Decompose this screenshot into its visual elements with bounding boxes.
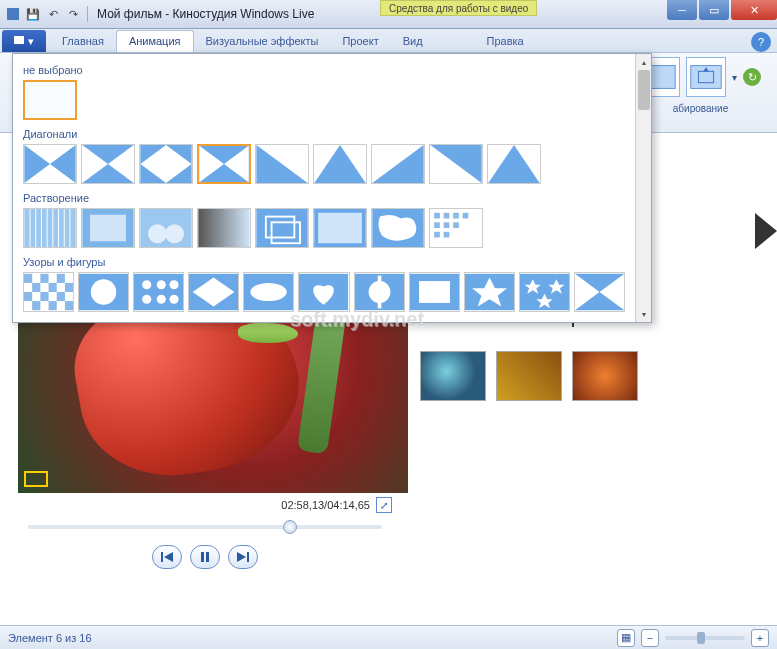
svg-rect-63 — [32, 283, 40, 292]
svg-rect-57 — [434, 232, 440, 238]
tab-view[interactable]: Вид — [391, 30, 435, 52]
status-right: ▦ − + — [617, 629, 769, 647]
zoom-in-button[interactable]: + — [751, 629, 769, 647]
title-bar: 💾 ↶ ↷ Мой фильм - Киностудия Windows Liv… — [0, 0, 777, 29]
svg-rect-88 — [377, 276, 381, 283]
gallery-more-icon[interactable]: ▾ — [732, 72, 737, 83]
transition-pattern[interactable] — [133, 272, 184, 312]
svg-marker-23 — [430, 145, 481, 183]
transition-pattern[interactable] — [23, 272, 74, 312]
transition-diagonal[interactable] — [429, 144, 483, 184]
maximize-button[interactable]: ▭ — [699, 0, 729, 20]
zoom-knob[interactable] — [697, 632, 705, 644]
svg-rect-74 — [134, 274, 183, 310]
seek-bar[interactable] — [8, 517, 402, 537]
playback-controls — [8, 537, 402, 577]
transition-pattern[interactable] — [354, 272, 405, 312]
pause-button[interactable] — [190, 545, 220, 569]
timeline-clip[interactable] — [420, 351, 486, 401]
svg-point-87 — [368, 281, 390, 303]
svg-rect-60 — [24, 274, 32, 283]
transition-diagonal[interactable] — [371, 144, 425, 184]
transition-dissolve[interactable] — [81, 208, 135, 248]
transition-pattern[interactable] — [188, 272, 239, 312]
natgeo-watermark — [24, 471, 48, 487]
transition-diagonal-selected[interactable] — [197, 144, 251, 184]
transition-none[interactable] — [23, 80, 77, 120]
seek-knob[interactable] — [283, 520, 297, 534]
transition-diagonal[interactable] — [23, 144, 77, 184]
transition-dissolve[interactable] — [139, 208, 193, 248]
window-title: Мой фильм - Киностудия Windows Live — [97, 7, 314, 21]
svg-marker-20 — [256, 145, 307, 183]
close-button[interactable]: ✕ — [731, 0, 777, 20]
scroll-right-arrow[interactable] — [755, 213, 777, 249]
svg-rect-52 — [453, 213, 459, 219]
svg-rect-9 — [206, 552, 209, 562]
tab-home[interactable]: Главная — [50, 30, 116, 52]
timeline-clip[interactable] — [572, 351, 638, 401]
tab-visual-effects[interactable]: Визуальные эффекты — [194, 30, 331, 52]
transition-pattern[interactable] — [519, 272, 570, 312]
next-frame-button[interactable] — [228, 545, 258, 569]
transition-dissolve[interactable] — [371, 208, 425, 248]
svg-point-79 — [157, 295, 166, 304]
minimize-button[interactable]: ─ — [667, 0, 697, 20]
gallery-expand-button[interactable]: ▾ — [638, 308, 650, 320]
svg-marker-22 — [372, 145, 423, 183]
help-button[interactable]: ? — [751, 32, 771, 52]
transition-pattern[interactable] — [243, 272, 294, 312]
svg-point-38 — [165, 224, 184, 243]
transition-dissolve[interactable] — [23, 208, 77, 248]
timeline-clip[interactable] — [496, 351, 562, 401]
gallery-scroll[interactable]: не выбрано Диагонали Растворение — [13, 54, 635, 322]
prev-frame-button[interactable] — [152, 545, 182, 569]
svg-rect-55 — [444, 222, 450, 228]
svg-marker-24 — [488, 145, 539, 183]
file-tab[interactable]: ▾ — [2, 30, 46, 52]
qat-app-icon[interactable] — [4, 5, 22, 23]
view-mode-button[interactable]: ▦ — [617, 629, 635, 647]
contextual-tab-label[interactable]: Средства для работы с видео — [380, 0, 537, 16]
svg-rect-12 — [26, 82, 75, 118]
transition-diagonal[interactable] — [255, 144, 309, 184]
svg-rect-64 — [49, 283, 57, 292]
svg-rect-70 — [49, 301, 57, 310]
transition-diagonal[interactable] — [81, 144, 135, 184]
qat-undo-icon[interactable]: ↶ — [44, 5, 62, 23]
apply-all-icon[interactable]: ↻ — [743, 68, 761, 86]
svg-rect-11 — [247, 552, 249, 562]
fullscreen-button[interactable]: ⤢ — [376, 497, 392, 513]
transition-diagonal[interactable] — [313, 144, 367, 184]
transition-pattern[interactable] — [574, 272, 625, 312]
transition-dissolve[interactable] — [255, 208, 309, 248]
gallery-scrollbar[interactable]: ▴ ▾ — [635, 54, 651, 322]
transition-dissolve[interactable] — [313, 208, 367, 248]
tab-edit[interactable]: Правка — [475, 30, 536, 52]
transition-pattern[interactable] — [409, 272, 460, 312]
tab-project[interactable]: Проект — [330, 30, 390, 52]
zoom-slider[interactable] — [665, 636, 745, 640]
time-display: 02:58,13/04:14,65 — [281, 499, 370, 511]
qat-save-icon[interactable]: 💾 — [24, 5, 42, 23]
transition-pattern[interactable] — [78, 272, 129, 312]
svg-point-77 — [170, 280, 179, 289]
svg-marker-21 — [314, 145, 365, 183]
svg-rect-89 — [377, 301, 381, 308]
svg-rect-43 — [314, 209, 365, 247]
tab-animation[interactable]: Анимация — [116, 30, 194, 52]
ribbon-tab-strip: ▾ Главная Анимация Визуальные эффекты Пр… — [0, 29, 777, 53]
zoom-out-button[interactable]: − — [641, 629, 659, 647]
transition-diagonal[interactable] — [139, 144, 193, 184]
transitions-gallery: не выбрано Диагонали Растворение — [12, 53, 652, 323]
transition-pattern[interactable] — [464, 272, 515, 312]
transition-dissolve[interactable] — [197, 208, 251, 248]
transition-dissolve[interactable] — [429, 208, 483, 248]
svg-marker-7 — [164, 552, 173, 562]
svg-rect-65 — [65, 283, 73, 292]
qat-redo-icon[interactable]: ↷ — [64, 5, 82, 23]
pan-zoom-preset-2[interactable] — [686, 57, 726, 97]
transition-pattern[interactable] — [298, 272, 349, 312]
transition-diagonal[interactable] — [487, 144, 541, 184]
gallery-scrollbar-thumb[interactable] — [638, 70, 650, 110]
